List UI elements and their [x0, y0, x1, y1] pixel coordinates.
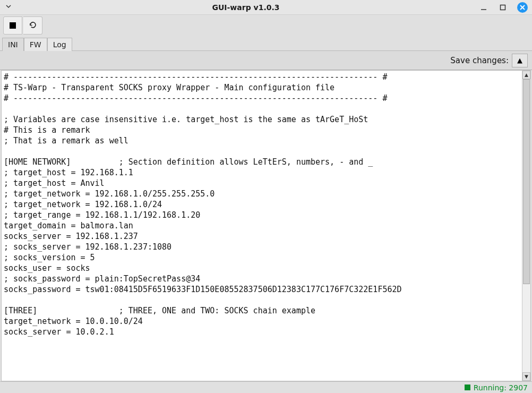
stop-icon — [10, 22, 16, 29]
scroll-track[interactable] — [522, 79, 530, 372]
vertical-scrollbar[interactable]: ▲ ▼ — [522, 71, 530, 381]
tab-row: INI FW Log — [0, 36, 532, 51]
triangle-up-icon: ▲ — [517, 56, 522, 64]
status-text: Running: 2907 — [474, 383, 528, 392]
titlebar: GUI-warp v1.0.3 — [0, 0, 532, 15]
svg-rect-1 — [501, 5, 505, 10]
scroll-up-button[interactable]: ▲ — [522, 71, 530, 79]
save-changes-label: Save changes: — [450, 56, 509, 65]
save-button[interactable]: ▲ — [512, 54, 528, 67]
editor-text[interactable]: # --------------------------------------… — [2, 71, 522, 338]
window-controls — [479, 2, 528, 13]
scroll-thumb[interactable] — [523, 79, 530, 284]
reload-icon — [29, 21, 37, 31]
tab-ini[interactable]: INI — [2, 38, 24, 51]
tab-log[interactable]: Log — [47, 38, 72, 51]
reload-button[interactable] — [23, 16, 42, 35]
maximize-button[interactable] — [498, 3, 508, 12]
app-window: GUI-warp v1.0.3 INI FW Log Save ch — [0, 0, 532, 393]
editor-area: # --------------------------------------… — [1, 70, 531, 381]
scroll-down-button[interactable]: ▼ — [522, 372, 530, 381]
status-indicator-icon — [465, 385, 470, 390]
status-bar: Running: 2907 — [0, 381, 532, 393]
config-editor[interactable]: # --------------------------------------… — [2, 71, 522, 381]
minimize-button[interactable] — [479, 3, 488, 12]
close-button[interactable] — [517, 2, 528, 13]
stop-button[interactable] — [3, 16, 22, 35]
toolbar — [0, 15, 532, 36]
tab-fw[interactable]: FW — [24, 38, 47, 51]
window-menu-icon[interactable] — [4, 3, 13, 11]
save-bar: Save changes: ▲ — [0, 51, 532, 70]
window-title: GUI-warp v1.0.3 — [13, 3, 479, 12]
